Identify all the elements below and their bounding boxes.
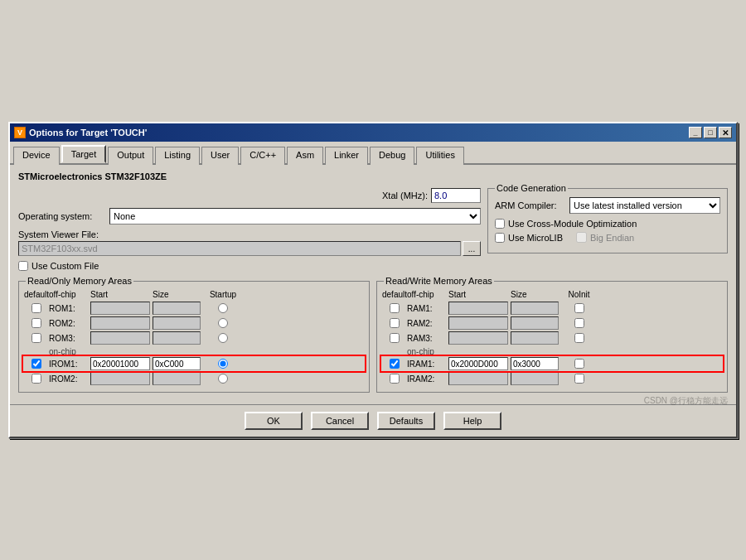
rom1-row: ROM1: (24, 302, 364, 315)
rom1-size-input[interactable] (153, 302, 201, 315)
irom1-default-checkbox[interactable] (31, 359, 41, 369)
arm-compiler-row: ARM Compiler: Use latest installed versi… (495, 197, 720, 214)
window-icon: V (14, 127, 26, 138)
iram2-default-checkbox[interactable] (390, 374, 400, 384)
use-custom-file-label: Use Custom File (31, 261, 99, 271)
irom2-start-input[interactable] (90, 372, 150, 385)
right-col: Code Generation ARM Compiler: Use latest… (487, 188, 728, 274)
defaults-button[interactable]: Defaults (377, 412, 435, 430)
rom3-startup-radio[interactable] (218, 333, 228, 343)
readwrite-on-chip-label: on-chip (407, 347, 722, 356)
system-viewer-input[interactable] (18, 241, 461, 256)
rom2-size-input[interactable] (153, 316, 201, 330)
tab-debug[interactable]: Debug (370, 147, 414, 165)
rom3-row: ROM3: (24, 331, 364, 345)
xtal-input[interactable] (431, 188, 481, 203)
iram1-size-input[interactable] (511, 357, 559, 370)
rom1-default-checkbox[interactable] (31, 303, 41, 313)
use-custom-file-checkbox[interactable] (18, 261, 28, 271)
ram3-noinit-checkbox[interactable] (574, 333, 584, 343)
iram2-start-input[interactable] (448, 372, 508, 385)
irom1-size-input[interactable] (153, 357, 201, 370)
rom3-start-input[interactable] (90, 331, 150, 345)
iram1-default-checkbox[interactable] (390, 359, 400, 369)
rom2-startup-radio[interactable] (218, 318, 228, 328)
irom2-size-input[interactable] (153, 372, 201, 385)
irom2-default-checkbox[interactable] (31, 374, 41, 384)
rom2-start-input[interactable] (90, 316, 150, 330)
tab-device[interactable]: Device (13, 147, 60, 165)
ram2-default-checkbox[interactable] (390, 318, 400, 328)
device-title: STMicroelectronics STM32F103ZE (18, 171, 728, 181)
rom3-size-input[interactable] (153, 331, 201, 345)
ram1-label: RAM1: (407, 304, 448, 313)
ram3-start-input[interactable] (448, 331, 508, 345)
readonly-header-start: Start (90, 290, 153, 299)
ram1-size-input[interactable] (511, 302, 559, 315)
readwrite-header-offchip: off-chip (407, 290, 448, 299)
tab-listing[interactable]: Listing (155, 147, 200, 165)
ram1-start-input[interactable] (448, 302, 508, 315)
ram3-row: RAM3: (382, 331, 722, 345)
tab-user[interactable]: User (201, 147, 239, 165)
readwrite-header-default: default (382, 290, 407, 299)
ram1-default-checkbox[interactable] (390, 303, 400, 313)
tabs-bar: Device Target Output Listing User C/C++ … (10, 142, 736, 165)
big-endian-checkbox[interactable] (576, 232, 587, 243)
rom3-default-checkbox[interactable] (31, 333, 41, 343)
ram3-size-input[interactable] (511, 331, 559, 345)
readonly-header-default: default (24, 290, 49, 299)
tab-output[interactable]: Output (108, 147, 153, 165)
use-custom-file-row: Use Custom File (18, 261, 481, 271)
irom1-startup-radio[interactable] (218, 359, 228, 369)
ram3-label: RAM3: (407, 334, 448, 343)
title-bar-left: V Options for Target 'TOUCH' (14, 127, 147, 138)
irom1-row: IROM1: (24, 357, 364, 370)
tab-asm[interactable]: Asm (287, 147, 323, 165)
minimize-button[interactable]: _ (689, 127, 702, 138)
ok-button[interactable]: OK (245, 412, 303, 430)
iram2-size-input[interactable] (511, 372, 559, 385)
tab-linker[interactable]: Linker (325, 147, 368, 165)
cancel-button[interactable]: Cancel (311, 412, 369, 430)
arm-compiler-label: ARM Compiler: (495, 200, 569, 210)
readwrite-header-size: Size (511, 290, 564, 299)
watermark: CSDN @行稳方能走远 (644, 395, 728, 407)
micro-lib-label: Use MicroLIB (508, 233, 563, 243)
rom2-default-checkbox[interactable] (31, 318, 41, 328)
tab-utilities[interactable]: Utilities (416, 147, 463, 165)
micro-lib-row: Use MicroLIB Big Endian (495, 232, 720, 243)
content-area: STMicroelectronics STM32F103ZE Xtal (MHz… (10, 165, 736, 399)
iram1-row: IRAM1: (382, 357, 722, 370)
iram1-start-input[interactable] (448, 357, 508, 370)
irom2-startup-radio[interactable] (218, 374, 228, 384)
readonly-mem-header: default off-chip Start Size Startup (24, 290, 364, 299)
close-button[interactable]: ✕ (719, 127, 732, 138)
rom2-label: ROM2: (49, 319, 90, 328)
cross-module-checkbox[interactable] (495, 219, 505, 229)
readwrite-memory-title: Read/Write Memory Areas (384, 276, 494, 286)
os-select[interactable]: None RTX Kernel FreeRTOS (109, 208, 481, 224)
tab-cpp[interactable]: C/C++ (240, 147, 285, 165)
help-button[interactable]: Help (443, 412, 501, 430)
irom2-row: IROM2: (24, 372, 364, 385)
iram2-noinit-checkbox[interactable] (574, 374, 584, 384)
iram1-noinit-checkbox[interactable] (574, 359, 584, 369)
irom1-start-input[interactable] (90, 357, 150, 370)
browse-button[interactable]: ... (463, 241, 481, 256)
ram3-default-checkbox[interactable] (390, 333, 400, 343)
rom1-startup-radio[interactable] (218, 303, 228, 313)
ram1-noinit-checkbox[interactable] (574, 303, 584, 313)
arm-compiler-select[interactable]: Use latest installed version ARM Compile… (569, 197, 720, 214)
top-layout: Xtal (MHz): Operating system: None RTX K… (18, 188, 728, 274)
micro-lib-checkbox[interactable] (495, 233, 505, 243)
rom1-start-input[interactable] (90, 302, 150, 315)
maximize-button[interactable]: □ (704, 127, 717, 138)
cross-module-label: Use Cross-Module Optimization (508, 219, 637, 229)
ram2-noinit-checkbox[interactable] (574, 318, 584, 328)
title-buttons: _ □ ✕ (689, 127, 732, 138)
ram2-size-input[interactable] (511, 316, 559, 330)
tab-target[interactable]: Target (61, 145, 107, 163)
readonly-memory-title: Read/Only Memory Areas (26, 276, 133, 286)
ram2-start-input[interactable] (448, 316, 508, 330)
